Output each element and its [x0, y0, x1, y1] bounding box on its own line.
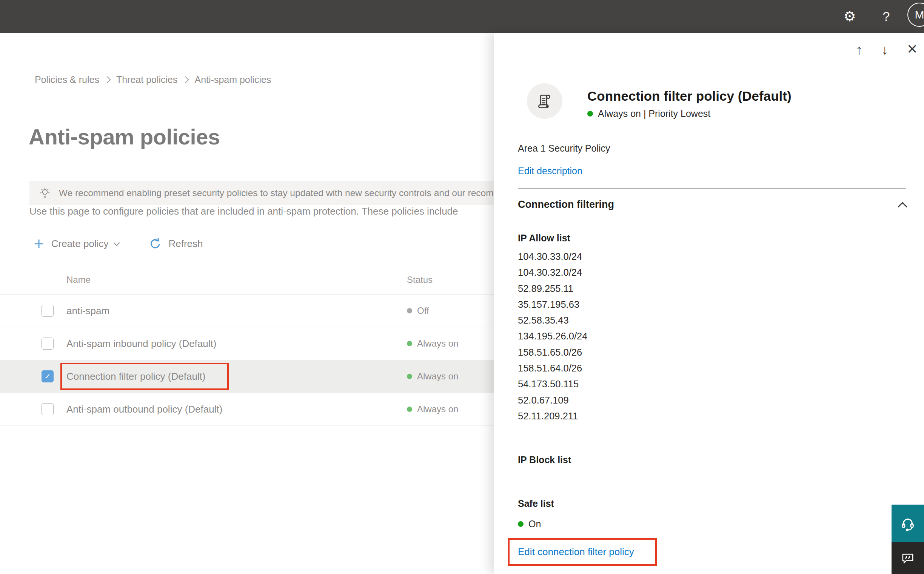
ip-entry: 54.173.50.115: [518, 376, 587, 392]
status-text: Always on: [417, 338, 458, 349]
ip-entry: 35.157.195.63: [518, 296, 587, 312]
chevron-right-icon: [104, 76, 111, 83]
panel-status-line: Always on | Priority Lowest: [587, 108, 710, 119]
panel-nav: ↑ ↓ ×: [856, 42, 917, 57]
feedback-button[interactable]: [892, 542, 924, 574]
next-item-arrow-down-icon[interactable]: ↓: [881, 43, 888, 57]
panel-title: Connection filter policy (Default): [587, 88, 791, 104]
policies-table: Name Status anti-spam Off Anti-spam inbo…: [0, 265, 494, 426]
policy-name-link[interactable]: Anti-spam inbound policy (Default): [66, 327, 216, 360]
top-app-bar: ⚙ ? M: [0, 0, 924, 33]
edit-connection-filter-policy-link[interactable]: Edit connection filter policy: [518, 546, 634, 558]
column-header-name[interactable]: Name: [66, 274, 90, 285]
main-content: Policies & rules Threat policies Anti-sp…: [0, 33, 494, 574]
breadcrumb: Policies & rules Threat policies Anti-sp…: [35, 74, 271, 85]
previous-item-arrow-up-icon[interactable]: ↑: [856, 43, 862, 57]
details-flyout-panel: ↑ ↓ × Connection filter policy (Default)…: [494, 33, 924, 574]
policy-icon-circle: [527, 84, 562, 119]
page-title: Anti-spam policies: [29, 124, 220, 149]
chevron-down-icon: [114, 240, 120, 246]
safe-list-status-text: On: [528, 519, 541, 530]
create-policy-label: Create policy: [51, 238, 109, 250]
toolbar: + Create policy Refresh: [34, 235, 203, 252]
status-text: Always on: [417, 371, 458, 382]
ip-block-list-label: IP Block list: [518, 454, 571, 465]
table-row[interactable]: Anti-spam outbound policy (Default) Alwa…: [0, 393, 494, 426]
chevron-up-icon[interactable]: [897, 202, 907, 211]
row-status: Off: [407, 295, 429, 327]
ip-entry: 134.195.26.0/24: [518, 328, 587, 344]
safe-list-status: On: [518, 519, 541, 530]
section-title: Connection filtering: [518, 199, 614, 210]
connection-filtering-section-header: Connection filtering: [518, 199, 906, 210]
support-button[interactable]: [892, 505, 924, 542]
status-dot-green: [587, 111, 593, 117]
refresh-label: Refresh: [168, 238, 203, 250]
divider: [518, 188, 906, 189]
refresh-icon: [148, 237, 162, 251]
ip-entry: 104.30.32.0/24: [518, 264, 587, 280]
table-row-selected[interactable]: ✓ Connection filter policy (Default) Alw…: [0, 360, 494, 393]
headset-icon: [899, 515, 916, 532]
breadcrumb-anti-spam-policies[interactable]: Anti-spam policies: [195, 74, 271, 85]
annotation-red-box: Edit connection filter policy: [508, 538, 657, 566]
ip-entry: 158.51.64.0/26: [518, 360, 587, 376]
edit-description-link[interactable]: Edit description: [518, 166, 582, 177]
chevron-right-icon: [182, 76, 189, 83]
create-policy-button[interactable]: + Create policy: [34, 236, 119, 251]
ip-entry: 52.58.35.43: [518, 312, 587, 328]
feedback-speech-bubble-icon: [900, 550, 916, 566]
breadcrumb-policies-rules[interactable]: Policies & rules: [35, 74, 99, 85]
row-status: Always on: [407, 360, 458, 393]
policy-name-link[interactable]: Connection filter policy (Default): [66, 371, 206, 382]
plus-icon: +: [34, 236, 44, 251]
panel-status-text: Always on | Priority Lowest: [598, 108, 710, 119]
status-dot-green: [518, 521, 524, 527]
ip-entry: 52.0.67.109: [518, 392, 587, 408]
status-dot-green: [407, 407, 412, 412]
lightbulb-icon: [38, 187, 51, 200]
status-dot-green: [407, 341, 412, 346]
ip-allow-list-label: IP Allow list: [518, 233, 570, 244]
settings-gear-icon[interactable]: ⚙: [840, 0, 859, 33]
row-checkbox-checked[interactable]: ✓: [41, 371, 54, 382]
row-checkbox[interactable]: [41, 403, 54, 415]
ip-entry: 52.11.209.211: [518, 408, 587, 424]
row-checkbox[interactable]: [41, 305, 54, 317]
table-row[interactable]: anti-spam Off: [0, 295, 494, 327]
refresh-button[interactable]: Refresh: [148, 237, 203, 251]
row-checkbox[interactable]: [41, 337, 54, 350]
ip-entry: 104.30.33.0/24: [518, 249, 587, 264]
ip-allow-list: 104.30.33.0/24 104.30.32.0/24 52.89.255.…: [518, 249, 587, 424]
status-text: Off: [417, 306, 429, 316]
table-header-row: Name Status: [0, 265, 494, 295]
policy-description: Area 1 Security Policy: [518, 143, 610, 154]
row-status: Always on: [407, 327, 458, 360]
column-header-status[interactable]: Status: [407, 274, 433, 285]
status-text: Always on: [417, 404, 458, 415]
page-description: Use this page to configure policies that…: [29, 205, 494, 217]
ip-entry: 52.89.255.11: [518, 281, 587, 296]
status-dot-green: [407, 374, 412, 379]
scroll-policy-icon: [535, 91, 554, 110]
status-dot-gray: [407, 308, 412, 314]
row-status: Always on: [407, 393, 458, 426]
policy-name-link[interactable]: anti-spam: [66, 295, 109, 327]
help-icon[interactable]: ?: [877, 0, 895, 33]
safe-list-label: Safe list: [518, 498, 554, 509]
account-avatar[interactable]: M: [907, 3, 924, 27]
ip-entry: 158.51.65.0/26: [518, 344, 587, 360]
close-icon[interactable]: ×: [907, 40, 917, 57]
annotation-red-box: Connection filter policy (Default): [60, 363, 229, 390]
breadcrumb-threat-policies[interactable]: Threat policies: [116, 74, 178, 85]
banner-text: We recommend enabling preset security po…: [59, 188, 494, 199]
policy-name-link[interactable]: Anti-spam outbound policy (Default): [66, 393, 222, 426]
recommendation-banner: We recommend enabling preset security po…: [29, 181, 494, 205]
table-row[interactable]: Anti-spam inbound policy (Default) Alway…: [0, 327, 494, 360]
